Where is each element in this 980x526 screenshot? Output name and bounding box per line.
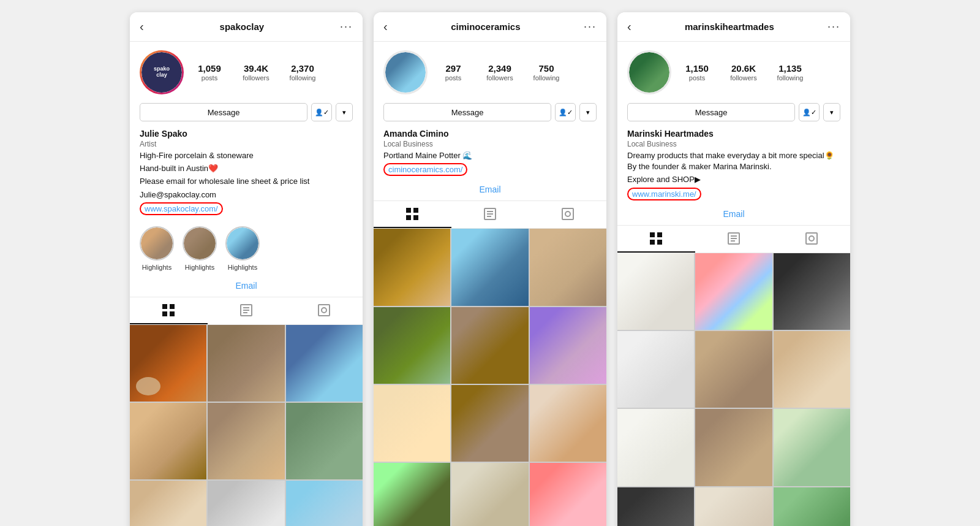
tab-grid-cimino[interactable] — [374, 201, 451, 228]
photo-2-cimino[interactable] — [451, 229, 528, 305]
photo-2-marinski[interactable] — [695, 253, 772, 330]
svg-rect-11 — [413, 208, 418, 213]
back-button-spako[interactable]: ‹ — [140, 20, 144, 34]
message-button-cimino[interactable]: Message — [383, 103, 551, 121]
tab-grid-marinski[interactable] — [617, 226, 695, 253]
photo-img-6-cimino — [530, 307, 606, 384]
photo-img-6-marinski — [774, 331, 850, 408]
avatar-spako: spako clay — [140, 50, 184, 94]
bio-line2-spako: Hand-built in Austin❤️ — [140, 163, 353, 174]
bio-email-spako: Julie@spakoclay.com — [140, 189, 353, 200]
svg-rect-20 — [650, 232, 655, 237]
follow-button-cimino[interactable]: 👤✓ — [555, 103, 576, 121]
tab-posts-spako[interactable] — [208, 297, 285, 324]
svg-rect-27 — [731, 240, 735, 242]
photo-6-marinski[interactable] — [774, 331, 850, 408]
tab-grid-spako[interactable] — [130, 297, 208, 324]
email-button-cimino[interactable]: Email — [374, 181, 606, 200]
photo-img-3-spako — [286, 325, 363, 402]
tab-tagged-spako[interactable] — [285, 297, 363, 324]
photo-8-spako[interactable] — [208, 481, 284, 526]
highlight-image-3-spako — [227, 227, 258, 259]
follow-button-marinski[interactable]: 👤✓ — [799, 103, 820, 121]
svg-rect-8 — [318, 305, 330, 316]
message-button-spako[interactable]: Message — [140, 103, 307, 121]
post-icon-marinski — [727, 232, 741, 245]
photo-1-marinski[interactable] — [617, 253, 694, 330]
photo-11-marinski[interactable] — [695, 487, 772, 526]
profile-top-spako: spako clay 1,059 posts 39.4K followers 2… — [130, 42, 363, 101]
highlight-item-3-spako[interactable]: Highlights — [225, 226, 260, 271]
profile-top-cimino: 297 posts 2,349 followers 750 following — [374, 42, 606, 101]
photo-12-marinski[interactable] — [774, 487, 850, 526]
photo-7-spako[interactable] — [130, 481, 206, 526]
bio-website-cimino[interactable]: ciminoceramics.com/ — [383, 163, 467, 176]
following-value-marinski: 1,135 — [778, 63, 802, 74]
photo-5-marinski[interactable] — [695, 331, 772, 408]
more-button-marinski[interactable]: ··· — [827, 20, 840, 33]
photo-img-1-marinski — [617, 253, 694, 330]
photo-9-marinski[interactable] — [774, 409, 850, 486]
tab-posts-marinski[interactable] — [695, 226, 773, 253]
tab-posts-cimino[interactable] — [451, 201, 529, 228]
photo-3-marinski[interactable] — [774, 253, 850, 330]
photo-4-spako[interactable] — [130, 403, 206, 479]
more-button-spako[interactable]: ··· — [340, 20, 353, 33]
email-button-marinski[interactable]: Email — [617, 205, 850, 225]
photo-3-spako[interactable] — [286, 325, 363, 402]
stat-following-marinski: 1,135 following — [772, 63, 809, 82]
photo-12-cimino[interactable] — [530, 463, 606, 526]
svg-rect-28 — [806, 233, 817, 244]
highlight-label-1-spako: Highlights — [142, 264, 172, 271]
photo-9-spako[interactable] — [286, 481, 363, 526]
more-button-cimino[interactable]: ··· — [584, 20, 597, 33]
photo-10-cimino[interactable] — [374, 463, 450, 526]
photo-7-cimino[interactable] — [374, 385, 450, 462]
tab-tagged-marinski[interactable] — [772, 226, 850, 253]
photo-3-cimino[interactable] — [530, 229, 606, 305]
bio-website-spako[interactable]: www.spakoclay.com/ — [140, 202, 223, 215]
photo-img-7-spako — [130, 481, 206, 526]
message-button-marinski[interactable]: Message — [627, 103, 795, 121]
action-buttons-cimino: Message 👤✓ ▾ — [374, 101, 606, 128]
header-cimino: ‹ ciminoceramics ··· — [374, 12, 606, 42]
photo-6-spako[interactable] — [286, 403, 363, 479]
highlight-item-2-spako[interactable]: Highlights — [183, 226, 217, 271]
photo-10-marinski[interactable] — [617, 487, 694, 526]
photo-8-marinski[interactable] — [695, 409, 772, 486]
photo-4-cimino[interactable] — [374, 307, 450, 384]
photo-grid-cimino — [374, 229, 606, 526]
following-value-spako: 2,370 — [291, 63, 314, 74]
bio-line1-spako: High-Fire porcelain & stoneware — [140, 150, 353, 161]
photo-7-marinski[interactable] — [617, 409, 694, 486]
dropdown-button-cimino[interactable]: ▾ — [579, 103, 597, 121]
back-button-marinski[interactable]: ‹ — [627, 20, 631, 34]
photo-1-cimino[interactable] — [374, 229, 450, 305]
photo-9-cimino[interactable] — [530, 385, 606, 462]
phone-spako: ‹ spakoclay ··· spako clay 1,059 posts 3… — [130, 12, 363, 526]
highlight-circle-2-spako — [183, 226, 217, 261]
highlight-label-3-spako: Highlights — [228, 264, 257, 271]
bio-cimino: Amanda Cimino Local Business Portland Ma… — [374, 128, 606, 181]
photo-6-cimino[interactable] — [530, 307, 606, 384]
bio-website-marinski[interactable]: www.marinski.me/ — [627, 188, 701, 200]
tab-tagged-cimino[interactable] — [529, 201, 606, 228]
post-icon-spako — [239, 303, 253, 317]
stat-following-cimino: 750 following — [528, 63, 565, 82]
photo-2-spako[interactable] — [208, 325, 284, 402]
follow-button-spako[interactable]: 👤✓ — [311, 103, 332, 121]
photo-1-spako[interactable] — [130, 325, 206, 402]
photo-8-cimino[interactable] — [451, 385, 528, 462]
highlights-spako: Highlights Highlights Highlights — [130, 220, 363, 277]
dropdown-button-marinski[interactable]: ▾ — [823, 103, 840, 121]
highlight-item-1-spako[interactable]: Highlights — [140, 226, 174, 271]
action-buttons-marinski: Message 👤✓ ▾ — [617, 101, 850, 128]
photo-5-spako[interactable] — [208, 403, 284, 479]
photo-11-cimino[interactable] — [451, 463, 528, 526]
tab-bar-cimino — [374, 200, 606, 229]
email-button-spako[interactable]: Email — [130, 277, 363, 297]
dropdown-button-spako[interactable]: ▾ — [336, 103, 353, 121]
photo-4-marinski[interactable] — [617, 331, 694, 408]
photo-5-cimino[interactable] — [451, 307, 528, 384]
back-button-cimino[interactable]: ‹ — [383, 20, 388, 34]
